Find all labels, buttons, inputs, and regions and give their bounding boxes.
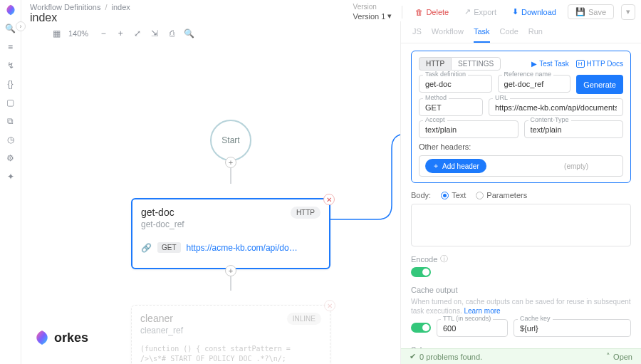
version-select[interactable]: Version 1 ▾ <box>353 11 392 21</box>
tab-code[interactable]: Code <box>500 27 518 43</box>
node-method: GET <box>157 242 181 253</box>
test-task-link[interactable]: ▶Test Task <box>531 60 569 68</box>
export-button[interactable]: ↗ Export <box>460 5 501 19</box>
tab-run[interactable]: Run <box>528 27 543 43</box>
collapse-icon[interactable]: ⇲ <box>150 28 160 38</box>
info-icon[interactable]: ⓘ <box>440 254 448 264</box>
left-rail: 🔍 ≡ ↯ {} ▢ ⧉ ◷ ⚙ ✦ › <box>0 0 21 364</box>
zoom-value: 140% <box>68 29 88 38</box>
copy-icon[interactable]: ⧉ <box>5 115 16 127</box>
content-type-label: Content-Type <box>528 116 571 123</box>
chevron-up-icon: ˄ <box>606 352 610 361</box>
node-cleaner[interactable]: ✕ INLINE cleaner cleaner_ref (function (… <box>131 305 330 364</box>
body-text-radio[interactable]: Text <box>441 191 466 199</box>
export-icon: ↗ <box>464 7 471 16</box>
add-node-plus-1[interactable]: + <box>225 157 236 168</box>
cache-key-label: Cache key <box>518 315 553 322</box>
other-headers-label: Other headers: <box>419 142 623 151</box>
node-delete-icon[interactable]: ✕ <box>324 300 335 311</box>
body-label: Body: <box>411 191 431 199</box>
trash-icon: 🗑 <box>415 8 423 16</box>
breadcrumb-root[interactable]: Workflow Definitions <box>30 3 100 11</box>
plus-icon: ＋ <box>432 161 439 171</box>
tab-task[interactable]: Task <box>474 27 490 43</box>
body-params-radio[interactable]: Parameters <box>476 191 527 199</box>
subtab-settings[interactable]: SETTINGS <box>451 57 501 71</box>
search-side-icon[interactable]: 🔍 <box>5 23 16 34</box>
problems-bar: ✔ 0 problems found. ˄ Open <box>401 348 641 364</box>
accept-label: Accept <box>423 116 447 123</box>
grid-icon[interactable]: ▦ <box>51 28 61 38</box>
code-icon[interactable]: {} <box>5 78 16 90</box>
add-node-plus-2[interactable]: + <box>225 265 236 276</box>
delete-button[interactable]: 🗑 Delete <box>411 6 453 19</box>
node-ref: get-doc_ref <box>141 219 320 229</box>
save-icon: 💾 <box>575 7 585 16</box>
top-actions: Version Version 1 ▾ 🗑 Delete ↗ Export ⬇ … <box>353 3 635 21</box>
generate-button[interactable]: Generate <box>576 75 623 94</box>
problems-open[interactable]: ˄ Open <box>606 352 632 361</box>
add-header-button[interactable]: ＋ Add header <box>425 159 486 173</box>
download-button[interactable]: ⬇ Download <box>508 5 561 19</box>
box-icon[interactable]: ▢ <box>5 97 16 108</box>
cache-label: Cache output <box>411 286 631 294</box>
fit-icon[interactable]: ⤢ <box>132 28 142 38</box>
settings-icon[interactable]: ⚙ <box>5 152 16 164</box>
node-ref: cleaner_ref <box>140 326 321 336</box>
search-icon[interactable]: 🔍 <box>184 28 194 38</box>
zoom-in-icon[interactable]: + <box>115 28 125 38</box>
users-icon[interactable]: ✦ <box>5 171 16 182</box>
node-code-preview: (function () { const startPattern = />\s… <box>140 344 321 364</box>
list-icon[interactable]: ≡ <box>5 41 16 53</box>
play-icon: ▶ <box>531 60 537 68</box>
start-node[interactable]: Start <box>210 120 251 161</box>
body-type-row: Body: Text Parameters <box>411 191 631 199</box>
headers-box: ＋ Add header (empty) <box>419 155 623 177</box>
brand-footer: orkes <box>34 330 88 345</box>
node-url: https://acme-kb.com/api/documen... <box>187 243 301 253</box>
url-label: URL <box>493 94 510 101</box>
task-subtabs: HTTP SETTINGS <box>419 57 501 71</box>
panel-tabs: JS Workflow Task Code Run <box>401 21 641 43</box>
db-icon[interactable]: ◷ <box>5 134 16 145</box>
node-type-badge: HTTP <box>291 207 320 219</box>
branch-icon[interactable]: ↯ <box>5 60 16 71</box>
task-def-label: Task definition <box>423 71 468 78</box>
zoom-out-icon[interactable]: − <box>98 28 108 38</box>
cache-desc: When turned on, cache outputs can be sav… <box>411 297 631 316</box>
save-button[interactable]: 💾 Save <box>568 4 614 19</box>
cache-toggle[interactable] <box>411 323 431 333</box>
subtab-http[interactable]: HTTP <box>419 57 451 71</box>
chevron-down-icon: ▾ <box>387 11 392 21</box>
http-docs-link[interactable]: HHTTP Docs <box>576 60 623 68</box>
brand-logo-icon <box>34 330 50 345</box>
download-icon: ⬇ <box>512 7 518 16</box>
logo-icon <box>5 4 16 16</box>
task-card: HTTP SETTINGS ▶Test Task HHTTP Docs Task… <box>411 51 631 183</box>
body-textarea[interactable] <box>411 204 631 246</box>
breadcrumb-current: index <box>112 3 130 11</box>
method-label: Method <box>423 94 449 101</box>
right-panel: JS Workflow Task Code Run HTTP SETTINGS … <box>400 21 641 364</box>
doc-icon: H <box>576 60 585 68</box>
encode-label: Encode ⓘ <box>411 254 631 264</box>
version-label: Version <box>353 3 377 11</box>
save-more-button[interactable]: ▾ <box>621 4 635 20</box>
learn-more-link[interactable]: Learn more <box>464 307 501 315</box>
check-icon: ✔ <box>410 352 416 361</box>
ttl-label: TTL (in seconds) <box>441 315 493 322</box>
tab-workflow[interactable]: Workflow <box>432 27 464 43</box>
encode-toggle[interactable] <box>411 267 431 277</box>
print-icon[interactable]: ⎙ <box>167 28 177 38</box>
problems-text: 0 problems found. <box>419 353 482 361</box>
headers-empty: (empty) <box>564 162 588 170</box>
node-delete-icon[interactable]: ✕ <box>323 194 335 205</box>
link-icon: 🔗 <box>141 243 152 253</box>
ref-name-label: Reference name <box>502 71 554 78</box>
node-get-doc[interactable]: ✕ HTTP get-doc get-doc_ref 🔗 GET https:/… <box>131 198 330 269</box>
node-type-badge: INLINE <box>287 313 321 325</box>
tab-js[interactable]: JS <box>412 27 422 43</box>
